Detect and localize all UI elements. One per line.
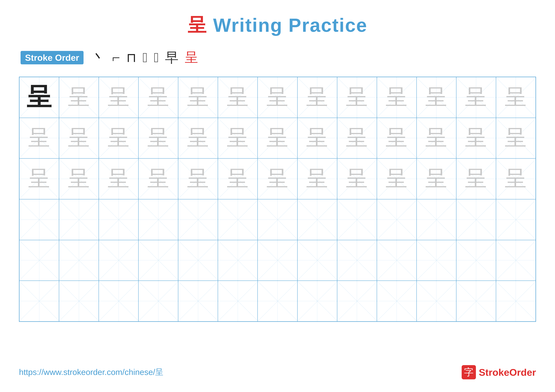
grid-cell[interactable]: 呈 <box>496 118 536 159</box>
grid-cell[interactable] <box>416 281 456 321</box>
grid-cell[interactable]: 呈 <box>416 158 456 199</box>
grid-cell[interactable]: 呈 <box>99 77 139 118</box>
grid-cell[interactable]: 呈 <box>258 77 297 118</box>
practice-char: 呈 <box>425 127 447 149</box>
grid-cell[interactable] <box>59 281 99 321</box>
grid-cell[interactable]: 呈 <box>19 118 59 159</box>
grid-cell[interactable]: 呈 <box>377 118 416 159</box>
grid-cell[interactable]: 呈 <box>178 77 218 118</box>
grid-cell[interactable] <box>59 240 99 281</box>
grid-cell[interactable] <box>139 281 178 321</box>
practice-char: 呈 <box>27 85 52 110</box>
practice-char: 呈 <box>386 86 408 108</box>
grid-cell[interactable]: 呈 <box>59 77 99 118</box>
grid-cell[interactable] <box>258 281 297 321</box>
grid-cell[interactable]: 呈 <box>19 77 59 118</box>
grid-cell[interactable] <box>19 240 59 281</box>
grid-cell[interactable] <box>456 281 496 321</box>
grid-cell[interactable] <box>377 281 416 321</box>
grid-cell[interactable]: 呈 <box>456 118 496 159</box>
practice-char: 呈 <box>227 127 249 149</box>
grid-cell[interactable]: 呈 <box>218 77 258 118</box>
grid-cell[interactable] <box>337 240 377 281</box>
practice-char: 呈 <box>187 86 209 108</box>
grid-cell[interactable] <box>297 199 337 240</box>
grid-cell[interactable] <box>218 199 258 240</box>
grid-cell[interactable]: 呈 <box>496 77 536 118</box>
stroke-5: 𠮡 <box>154 50 159 65</box>
stroke-4: 𠮠 <box>143 50 147 65</box>
grid-cell[interactable] <box>456 240 496 281</box>
grid-cell[interactable] <box>416 240 456 281</box>
grid-cell[interactable] <box>377 199 416 240</box>
grid-cell[interactable] <box>59 199 99 240</box>
practice-char: 呈 <box>346 127 368 149</box>
practice-char: 呈 <box>266 127 289 149</box>
grid-cell[interactable] <box>337 281 377 321</box>
practice-char: 呈 <box>108 127 130 149</box>
grid-cell[interactable] <box>416 199 456 240</box>
grid-cell[interactable]: 呈 <box>377 158 416 199</box>
practice-char: 呈 <box>28 127 50 149</box>
grid-cell[interactable] <box>139 240 178 281</box>
grid-cell[interactable]: 呈 <box>59 118 99 159</box>
grid-cell[interactable] <box>19 281 59 321</box>
grid-cell[interactable]: 呈 <box>99 118 139 159</box>
logo-text: StrokeOrder <box>479 367 536 378</box>
grid-cell[interactable] <box>178 199 218 240</box>
grid-cell[interactable]: 呈 <box>258 118 297 159</box>
practice-char: 呈 <box>465 86 487 108</box>
grid-cell[interactable] <box>297 240 337 281</box>
logo-text-stroke: Stroke <box>479 367 509 378</box>
grid-cell[interactable] <box>377 240 416 281</box>
grid-cell[interactable] <box>99 199 139 240</box>
grid-cell[interactable]: 呈 <box>377 77 416 118</box>
grid-cell[interactable] <box>496 199 536 240</box>
practice-char: 呈 <box>505 86 527 108</box>
title-area: 呈 Writing Practice <box>19 13 536 38</box>
stroke-6: 早 <box>165 49 178 67</box>
practice-char: 呈 <box>147 127 169 149</box>
grid-cell[interactable] <box>258 240 297 281</box>
grid-cell[interactable]: 呈 <box>258 158 297 199</box>
page: 呈 Writing Practice Stroke Order 丶 ⌐ ⊓ 𠮠 … <box>0 0 555 392</box>
grid-cell[interactable] <box>19 199 59 240</box>
grid-cell[interactable]: 呈 <box>139 118 178 159</box>
grid-cell[interactable]: 呈 <box>297 118 337 159</box>
grid-cell[interactable] <box>99 240 139 281</box>
grid-cell[interactable]: 呈 <box>218 118 258 159</box>
grid-cell[interactable] <box>496 240 536 281</box>
grid-cell[interactable] <box>218 240 258 281</box>
grid-cell[interactable]: 呈 <box>19 158 59 199</box>
grid-cell[interactable]: 呈 <box>456 158 496 199</box>
grid-cell[interactable]: 呈 <box>99 158 139 199</box>
grid-cell[interactable] <box>178 281 218 321</box>
grid-cell[interactable]: 呈 <box>218 158 258 199</box>
practice-char: 呈 <box>386 127 408 149</box>
grid-cell[interactable] <box>218 281 258 321</box>
grid-cell[interactable]: 呈 <box>178 118 218 159</box>
grid-cell[interactable] <box>297 281 337 321</box>
grid-cell[interactable]: 呈 <box>337 158 377 199</box>
grid-cell[interactable] <box>456 199 496 240</box>
grid-cell[interactable] <box>99 281 139 321</box>
grid-cell[interactable] <box>496 281 536 321</box>
footer-url[interactable]: https://www.strokeorder.com/chinese/呈 <box>19 367 163 378</box>
grid-cell[interactable] <box>139 199 178 240</box>
grid-cell[interactable] <box>178 240 218 281</box>
grid-cell[interactable] <box>337 199 377 240</box>
grid-cell[interactable]: 呈 <box>178 158 218 199</box>
grid-cell[interactable]: 呈 <box>297 158 337 199</box>
grid-cell[interactable]: 呈 <box>337 77 377 118</box>
grid-cell[interactable]: 呈 <box>59 158 99 199</box>
footer-logo: 字 StrokeOrder <box>462 365 536 379</box>
grid-cell[interactable]: 呈 <box>416 77 456 118</box>
grid-cell[interactable]: 呈 <box>456 77 496 118</box>
grid-cell[interactable]: 呈 <box>496 158 536 199</box>
grid-cell[interactable]: 呈 <box>416 118 456 159</box>
grid-cell[interactable]: 呈 <box>337 118 377 159</box>
grid-cell[interactable]: 呈 <box>139 158 178 199</box>
grid-cell[interactable] <box>258 199 297 240</box>
grid-cell[interactable]: 呈 <box>139 77 178 118</box>
grid-cell[interactable]: 呈 <box>297 77 337 118</box>
